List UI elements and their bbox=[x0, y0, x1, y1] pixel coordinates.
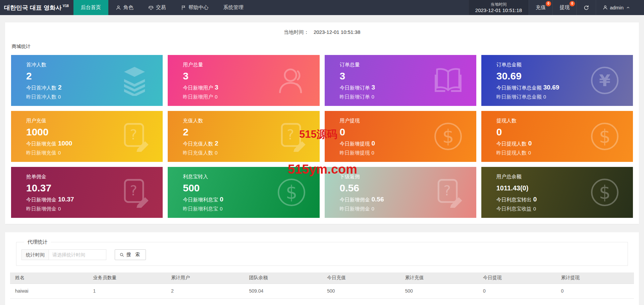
stat-card: 利息宝转入 500 今日新增利息宝0 昨日新增利息宝0 $ bbox=[168, 167, 319, 218]
local-time-display: 当地时间 2023-12-01 10:51:18 bbox=[468, 0, 529, 15]
stat-card: 提现人数 0 今日提现人数0 昨日提现人数0 $ bbox=[481, 111, 633, 162]
agent-table-header-cell: 累计充值 bbox=[400, 272, 478, 284]
scales-icon bbox=[148, 5, 154, 10]
doc-question-icon: ? bbox=[433, 177, 464, 208]
agent-table-cell: 0 bbox=[556, 284, 634, 298]
app-brand: 대한민국 대표 영화사 V18 bbox=[0, 0, 73, 15]
user-icon bbox=[603, 5, 608, 10]
nav-item-help[interactable]: 帮助中心 bbox=[173, 0, 216, 15]
agent-table-header-cell: 团队余额 bbox=[244, 272, 322, 284]
stat-card-today-value: 10.37 bbox=[58, 196, 74, 203]
stat-card-yesterday-label: 昨日首冲人数 bbox=[26, 94, 56, 100]
dollar-circle-icon: $ bbox=[276, 177, 307, 208]
stat-card-today-value: 2 bbox=[58, 84, 62, 91]
svg-text:$: $ bbox=[599, 126, 611, 147]
agent-table-header-cell: 累计用户 bbox=[166, 272, 244, 284]
svg-text:$: $ bbox=[285, 182, 297, 203]
stat-card-yesterday-label: 昨日新增用户 bbox=[183, 94, 213, 100]
stat-card-today-value: 1000 bbox=[58, 140, 72, 147]
stat-card-yesterday-value: 0 bbox=[372, 94, 374, 100]
stat-card-yesterday-label: 昨日新增佣金 bbox=[340, 206, 370, 211]
stat-card-yesterday-label: 昨日新增提现 bbox=[340, 150, 370, 156]
agent-table-cell: 500 bbox=[322, 284, 400, 298]
stat-card-today-label: 今日首冲人数 bbox=[26, 85, 56, 90]
page-time-line: 当地时间： 2023-12-01 10:51:38 bbox=[11, 28, 633, 41]
top-navbar: 대한민국 대표 영화사 V18 后台首页 角色 交易 帮助中心 系统管理 当地时… bbox=[0, 0, 644, 15]
stat-card-yesterday-label: 昨日新增充值 bbox=[26, 150, 56, 156]
nav-item-label: 系统管理 bbox=[223, 4, 244, 11]
nav-item-trade[interactable]: 交易 bbox=[141, 0, 173, 15]
stat-card-today-label: 今日新增订单总金额 bbox=[496, 85, 542, 90]
stat-card-yesterday-value: 0 bbox=[372, 150, 374, 156]
navbar-right: 当地时间 2023-12-01 10:51:18 充值 0 提现 0 admin bbox=[468, 0, 644, 15]
stat-card-yesterday-value: 0 bbox=[58, 206, 61, 211]
yen-circle-icon: ¥ bbox=[589, 65, 620, 96]
flag-icon bbox=[181, 5, 186, 10]
agent-table-cell: haiwai bbox=[10, 284, 88, 298]
stat-card: 用户充值 1000 今日新增充值1000 昨日新增充值0 ? bbox=[11, 111, 163, 162]
agent-table-body: haiwai12509.0450050000 bbox=[10, 284, 634, 298]
stat-card-today-value: 0 bbox=[372, 140, 375, 147]
stat-card: 订单总金额 30.69 今日新增订单总金额30.69 昨日新增订单总金额0 ¥ bbox=[481, 55, 633, 106]
stat-card-today-label: 今日新增订单 bbox=[340, 85, 370, 90]
search-icon bbox=[119, 252, 124, 257]
nav-item-label: 角色 bbox=[123, 4, 133, 11]
stat-card-yesterday-label: 昨日新增佣金 bbox=[26, 206, 56, 211]
stat-card-today-value: 0 bbox=[528, 140, 532, 147]
search-button[interactable]: 搜 索 bbox=[115, 249, 146, 260]
stats-grid: 首冲人数 2 今日首冲人数2 昨日首冲人数0 用户总量 3 今日新增用户3 昨日… bbox=[11, 55, 633, 218]
nav-item-home[interactable]: 后台首页 bbox=[73, 0, 108, 15]
stat-card-today-value: 2 bbox=[215, 140, 218, 147]
book-icon bbox=[433, 65, 464, 96]
stat-card-yesterday-value: 0 bbox=[58, 150, 61, 156]
doc-question-icon: ? bbox=[119, 177, 150, 208]
refresh-button[interactable] bbox=[576, 0, 596, 15]
stat-card-yesterday-value: 0 bbox=[215, 150, 217, 156]
stat-card-yesterday-label: 昨日新增订单总金额 bbox=[496, 94, 542, 100]
recharge-nav-button[interactable]: 充值 0 bbox=[529, 0, 552, 15]
brand-version: V18 bbox=[63, 4, 69, 8]
stat-card-today-value: 0.56 bbox=[372, 196, 384, 203]
stats-section-title: 商城统计 bbox=[12, 44, 633, 50]
stat-card-yesterday-label: 昨日新增利息宝 bbox=[183, 206, 218, 211]
agent-filter-fieldset: 代理统计 统计时间 搜 索 bbox=[16, 239, 628, 266]
nav-item-label: 交易 bbox=[156, 4, 166, 11]
svg-text:$: $ bbox=[599, 182, 611, 203]
agent-table-header-cell: 业务员数量 bbox=[88, 272, 166, 284]
agent-filter-row: 统计时间 搜 索 bbox=[21, 249, 623, 260]
stat-card-today-value: 3 bbox=[372, 84, 375, 91]
refresh-icon bbox=[583, 5, 589, 10]
withdraw-label: 提现 bbox=[559, 4, 570, 11]
agent-section-legend: 代理统计 bbox=[24, 239, 51, 245]
stat-card-yesterday-label: 昨日新增订单 bbox=[340, 94, 370, 100]
stat-card: 用户提现 0 今日新增提现0 昨日新增提现0 $ bbox=[325, 111, 476, 162]
agent-table-header-cell: 累计提现 bbox=[556, 272, 634, 284]
svg-text:¥: ¥ bbox=[599, 71, 610, 90]
stat-card-today-label: 今日充值人数 bbox=[183, 141, 213, 146]
withdraw-nav-button[interactable]: 提现 0 bbox=[552, 0, 576, 15]
stat-card-yesterday-value: 0 bbox=[372, 206, 374, 211]
nav-item-roles[interactable]: 角色 bbox=[108, 0, 141, 15]
agent-table: 姓名业务员数量累计用户团队余额今日充值累计充值今日提现累计提现 haiwai12… bbox=[10, 272, 634, 299]
stat-card-today-label: 今日新增佣金 bbox=[340, 197, 370, 202]
agent-table-header-cell: 今日提现 bbox=[478, 272, 556, 284]
filter-time-input[interactable] bbox=[49, 249, 106, 260]
local-time-label: 当地时间 bbox=[490, 2, 506, 7]
user-menu[interactable]: admin bbox=[596, 0, 637, 15]
agent-table-cell: 2 bbox=[166, 284, 244, 298]
chevron-up-icon bbox=[626, 6, 630, 9]
agent-table-row: haiwai12509.0450050000 bbox=[10, 284, 634, 298]
stat-card-yesterday-label: 今日利息宝收益 bbox=[496, 206, 532, 211]
local-time-value: 2023-12-01 10:51:18 bbox=[475, 7, 522, 13]
doc-question-icon: ? bbox=[119, 121, 150, 152]
person-icon bbox=[116, 5, 121, 10]
stat-card-today-label: 今日新增利息宝 bbox=[183, 197, 218, 202]
nav-item-system[interactable]: 系统管理 bbox=[216, 0, 251, 15]
page-time-value: 2023-12-01 10:51:38 bbox=[314, 29, 360, 35]
dashboard-panel: 当地时间： 2023-12-01 10:51:38 商城统计 首冲人数 2 今日… bbox=[5, 22, 639, 224]
agent-table-header-row: 姓名业务员数量累计用户团队余额今日充值累计充值今日提现累计提现 bbox=[10, 272, 634, 284]
stat-card-yesterday-label: 昨日提现人数 bbox=[496, 150, 527, 156]
svg-text:?: ? bbox=[130, 127, 137, 142]
stat-card: 抢单佣金 10.37 今日新增佣金10.37 昨日新增佣金0 ? bbox=[11, 167, 163, 218]
search-button-label: 搜 索 bbox=[126, 252, 141, 258]
